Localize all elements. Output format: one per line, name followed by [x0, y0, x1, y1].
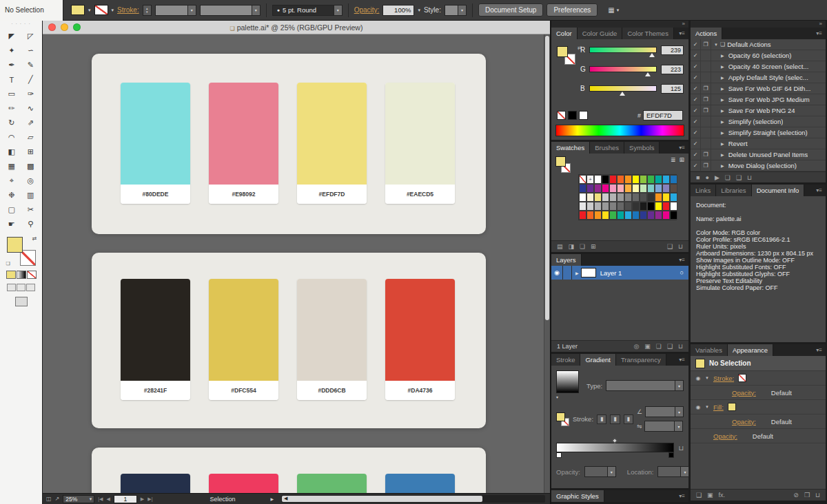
- gradient-fill-stroke-indicator[interactable]: [556, 412, 569, 426]
- scale-tool[interactable]: ⇗: [21, 116, 41, 130]
- swatch-cell[interactable]: [617, 184, 624, 193]
- panel-menu-icon[interactable]: ▾≡: [813, 344, 826, 356]
- swatch-cell[interactable]: [594, 184, 602, 193]
- default-fill-stroke-icon[interactable]: ❏: [6, 261, 10, 266]
- swatch-cell[interactable]: [586, 193, 594, 202]
- stop-playing-icon[interactable]: ■: [696, 174, 700, 181]
- tab-layers[interactable]: Layers: [551, 254, 582, 266]
- attribute-link[interactable]: Opacity:: [732, 389, 756, 397]
- swatch-cell[interactable]: [617, 211, 624, 220]
- fill-stroke-indicator[interactable]: ⇄ ❏: [7, 237, 36, 266]
- channel-value-input[interactable]: 223: [661, 65, 684, 74]
- swatch-card[interactable]: #DA4736: [385, 279, 455, 400]
- tab-swatches[interactable]: Swatches: [551, 142, 590, 154]
- fill-color-well[interactable]: [71, 5, 85, 15]
- action-label[interactable]: Opacity 60 (selection): [728, 52, 792, 59]
- delete-layer-icon[interactable]: ⊔: [678, 343, 683, 350]
- swatch-cell[interactable]: [602, 202, 609, 211]
- collapse-panels-icon[interactable]: »: [551, 21, 688, 28]
- action-label[interactable]: Simplify (selection): [728, 118, 784, 125]
- brush-definition-dropdown[interactable]: ● 5 pt. Round ▾: [272, 5, 343, 16]
- stroke-color-well[interactable]: [94, 5, 108, 15]
- swatch-card[interactable]: [385, 474, 455, 493]
- expand-icon[interactable]: ▶: [575, 271, 579, 275]
- tab-appearance[interactable]: Appearance: [728, 344, 773, 356]
- action-expand-icon[interactable]: ▶: [721, 141, 724, 146]
- swatch-cell[interactable]: [586, 175, 594, 184]
- swatch-cell[interactable]: [655, 175, 662, 184]
- swatch-cell[interactable]: [655, 193, 662, 202]
- visibility-icon[interactable]: ◉: [694, 375, 702, 381]
- swatch-cell[interactable]: [662, 193, 670, 202]
- action-dialog-toggle[interactable]: [701, 61, 711, 72]
- swatch-cell[interactable]: [655, 184, 662, 193]
- tab-stroke[interactable]: Stroke: [551, 354, 580, 366]
- collapse-panels-icon[interactable]: »: [691, 21, 826, 28]
- gradient-slider[interactable]: [556, 443, 674, 452]
- curvature-tool[interactable]: ✎: [21, 58, 41, 72]
- draw-inside-button[interactable]: [26, 284, 35, 291]
- swatch-cell[interactable]: [617, 193, 624, 202]
- action-dialog-toggle[interactable]: [701, 116, 711, 127]
- action-check-toggle[interactable]: ✓: [691, 105, 701, 116]
- action-dialog-toggle[interactable]: [701, 72, 711, 83]
- action-row[interactable]: ✓ ❐ ▶ Delete Unused Panel Items: [691, 149, 826, 160]
- magic-wand-tool[interactable]: ✦: [2, 43, 21, 58]
- minimize-button[interactable]: [61, 23, 68, 31]
- tab-document-info[interactable]: Document Info: [752, 185, 805, 196]
- expand-icon[interactable]: ▼: [705, 376, 711, 380]
- swatch-cell[interactable]: [640, 184, 647, 193]
- swatch-card[interactable]: [297, 474, 367, 493]
- swatch-cell[interactable]: [647, 184, 655, 193]
- action-check-toggle[interactable]: ✓: [691, 72, 701, 83]
- appearance-row[interactable]: ◉ ▼ Fill:: [691, 400, 826, 414]
- channel-value-input[interactable]: 125: [661, 84, 684, 94]
- pencil-tool[interactable]: ✏: [2, 101, 21, 116]
- action-check-toggle[interactable]: ✓: [691, 61, 701, 72]
- vertical-scrollbar-thumb[interactable]: [545, 36, 549, 320]
- swatch-card[interactable]: #DFC554: [209, 279, 278, 400]
- swatch-cell[interactable]: [624, 175, 632, 184]
- swatch-cell[interactable]: [609, 193, 617, 202]
- swatch-cell[interactable]: [624, 184, 632, 193]
- swatch-cell[interactable]: [640, 211, 647, 220]
- tab-actions[interactable]: Actions: [691, 28, 722, 39]
- mesh-tool[interactable]: ▦: [2, 159, 21, 174]
- swatch-cell[interactable]: [594, 193, 602, 202]
- vertical-scrollbar[interactable]: [544, 34, 550, 493]
- workspace-switcher[interactable]: ▦ ▾: [608, 6, 619, 14]
- panel-menu-icon[interactable]: ▾≡: [675, 254, 688, 266]
- action-row[interactable]: ✓ ❐ ▶ Save For Web PNG 24: [691, 105, 826, 116]
- tab-color[interactable]: Color: [551, 28, 578, 39]
- channel-value-input[interactable]: 239: [661, 45, 684, 55]
- stop-location-dropdown[interactable]: ▾: [657, 466, 689, 477]
- swatch-cell[interactable]: [602, 184, 609, 193]
- swatch-cell[interactable]: [594, 175, 602, 184]
- gradient-stop-start[interactable]: [556, 452, 562, 458]
- opacity-caret-icon[interactable]: ▾: [418, 8, 420, 13]
- lock-toggle[interactable]: [563, 266, 572, 280]
- lasso-tool[interactable]: ∽: [21, 43, 41, 58]
- swatch-cell[interactable]: [579, 211, 586, 220]
- action-check-toggle[interactable]: ✓: [691, 138, 701, 149]
- swatch-cell[interactable]: [640, 175, 647, 184]
- swatch-cell[interactable]: [670, 193, 677, 202]
- action-dialog-toggle[interactable]: ❐: [701, 160, 711, 171]
- swatch-cell[interactable]: [579, 202, 586, 211]
- action-check-toggle[interactable]: ✓: [691, 116, 701, 127]
- swatch-cell[interactable]: [655, 211, 662, 220]
- swatch-cell[interactable]: [632, 184, 640, 193]
- swatches-fill-stroke-indicator[interactable]: [555, 156, 572, 173]
- swatch-cell[interactable]: [624, 193, 632, 202]
- action-expand-icon[interactable]: ▶: [721, 163, 724, 168]
- tab-brushes[interactable]: Brushes: [590, 142, 624, 154]
- action-label[interactable]: Move Dialog (selection): [728, 162, 797, 169]
- panel-menu-icon[interactable]: ▾≡: [813, 185, 826, 196]
- hex-value-input[interactable]: EFDF7D: [643, 110, 683, 120]
- swatch-libraries-icon[interactable]: ▤: [557, 243, 563, 250]
- action-label[interactable]: Default Actions: [727, 41, 770, 48]
- action-dialog-toggle[interactable]: ❐: [701, 149, 711, 160]
- variable-width-profile-dropdown[interactable]: ▾: [200, 5, 261, 16]
- stroke-along-icon[interactable]: ▮: [610, 414, 620, 424]
- action-expand-icon[interactable]: ▶: [721, 53, 724, 58]
